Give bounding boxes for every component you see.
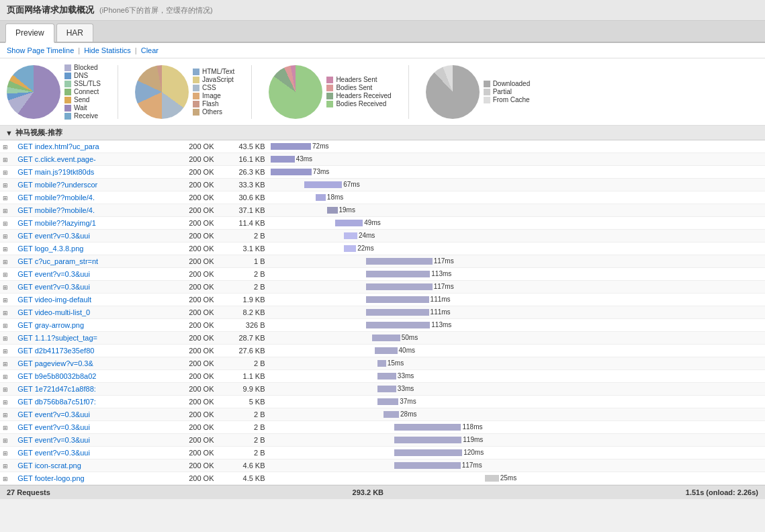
row-expand[interactable]: ⊞ [0,166,15,179]
row-expand[interactable]: ⊞ [0,472,15,485]
section-collapse-icon[interactable]: ▼ [5,129,13,137]
row-expand[interactable]: ⊞ [0,434,15,447]
row-url: GET event?v=0.3&uui [15,408,181,421]
row-url: GET event?v=0.3&uui [15,230,181,242]
top-bar: 页面网络请求加载概况 (iPhone6下的首屏，空缓存的情况) [0,0,765,21]
row-url: GET mobile??mobile/4. [15,204,181,217]
row-expand[interactable]: ⊞ [0,281,15,294]
row-timeline: 25ms [268,472,765,485]
row-timeline: 49ms [268,217,765,230]
table-row[interactable]: ⊞ GET db756b8a7c51f07: 200 OK 5 KB 37ms [0,396,765,408]
row-expand[interactable]: ⊞ [0,191,15,204]
row-expand[interactable]: ⊞ [0,408,15,421]
row-timeline: 50ms [268,332,765,345]
table-row[interactable]: ⊞ GET event?v=0.3&uui 200 OK 2 B 120ms [0,447,765,459]
requests-container[interactable]: ⊞ GET index.html?uc_para 200 OK 43.5 KB … [0,140,765,485]
row-size: 5 KB [222,396,268,408]
row-size: 3.1 KB [222,242,268,255]
table-row[interactable]: ⊞ GET c.click.event.page- 200 OK 16.1 KB… [0,153,765,166]
row-expand[interactable]: ⊞ [0,357,15,370]
legend-headers-received: Headers Received [326,92,391,99]
row-status: 200 OK [181,459,222,472]
row-timeline: 113ms [268,319,765,332]
table-row[interactable]: ⊞ GET event?v=0.3&uui 200 OK 2 B 118ms [0,421,765,434]
row-size: 2 B [222,421,268,434]
row-expand[interactable]: ⊞ [0,179,15,191]
row-expand[interactable]: ⊞ [0,255,15,268]
chart2-section: HTML/Text JavaScript CSS Image Flash Oth… [135,65,234,119]
table-row[interactable]: ⊞ GET pageview?v=0.3& 200 OK 2 B 15ms [0,357,765,370]
table-row[interactable]: ⊞ GET 1.1.1?subject_tag= 200 OK 28.7 KB … [0,332,765,345]
row-expand[interactable]: ⊞ [0,345,15,357]
table-row[interactable]: ⊞ GET mobile??underscor 200 OK 33.3 KB 6… [0,179,765,191]
table-row[interactable]: ⊞ GET event?v=0.3&uui 200 OK 2 B 117ms [0,281,765,294]
row-expand[interactable]: ⊞ [0,319,15,332]
row-expand[interactable]: ⊞ [0,230,15,242]
table-row[interactable]: ⊞ GET footer-logo.png 200 OK 4.5 KB 25ms [0,472,765,485]
row-size: 30.6 KB [222,191,268,204]
table-row[interactable]: ⊞ GET video-img-default 200 OK 1.9 KB 11… [0,294,765,306]
chart3-legend: Headers Sent Bodies Sent Headers Receive… [326,76,391,107]
row-url: GET 1e721d47c1a8f88: [15,383,181,396]
row-size: 8.2 KB [222,306,268,319]
table-row[interactable]: ⊞ GET mobile??mobile/4. 200 OK 30.6 KB 1… [0,191,765,204]
chart4-legend: Downloaded Partial From Cache [484,80,531,103]
table-row[interactable]: ⊞ GET 1e721d47c1a8f88: 200 OK 9.9 KB 33m… [0,383,765,396]
row-url: GET icon-scrat.png [15,459,181,472]
row-expand[interactable]: ⊞ [0,332,15,345]
row-expand[interactable]: ⊞ [0,268,15,281]
row-expand[interactable]: ⊞ [0,306,15,319]
tab-har[interactable]: HAR [56,24,93,42]
row-expand[interactable]: ⊞ [0,153,15,166]
sep1: | [78,46,80,54]
row-expand[interactable]: ⊞ [0,447,15,459]
table-row[interactable]: ⊞ GET logo_4.3.8.png 200 OK 3.1 KB 22ms [0,242,765,255]
table-row[interactable]: ⊞ GET d2b41173e35ef80 200 OK 27.6 KB 40m… [0,345,765,357]
row-timeline: 24ms [268,230,765,242]
show-timeline-button[interactable]: Show Page Timeline [7,46,74,54]
row-url: GET event?v=0.3&uui [15,268,181,281]
row-expand[interactable]: ⊞ [0,217,15,230]
row-status: 200 OK [181,345,222,357]
row-status: 200 OK [181,140,222,153]
row-status: 200 OK [181,268,222,281]
table-row[interactable]: ⊞ GET c?uc_param_str=nt 200 OK 1 B 117ms [0,255,765,268]
table-row[interactable]: ⊞ GET gray-arrow.png 200 OK 326 B 113ms [0,319,765,332]
row-expand[interactable]: ⊞ [0,294,15,306]
row-expand[interactable]: ⊞ [0,140,15,153]
row-expand[interactable]: ⊞ [0,421,15,434]
row-expand[interactable]: ⊞ [0,242,15,255]
tab-preview[interactable]: Preview [5,24,54,43]
table-row[interactable]: ⊞ GET icon-scrat.png 200 OK 4.6 KB 117ms [0,459,765,472]
row-status: 200 OK [181,383,222,396]
clear-button[interactable]: Clear [141,46,159,54]
table-row[interactable]: ⊞ GET event?v=0.3&uui 200 OK 2 B 113ms [0,268,765,281]
row-timeline: 33ms [268,370,765,383]
hide-statistics-button[interactable]: Hide Statistics [84,46,131,54]
table-row[interactable]: ⊞ GET b9e5b80032b8a02 200 OK 1.1 KB 33ms [0,370,765,383]
table-row[interactable]: ⊞ GET mobile??mobile/4. 200 OK 37.1 KB 1… [0,204,765,217]
row-expand[interactable]: ⊞ [0,383,15,396]
row-status: 200 OK [181,230,222,242]
table-row[interactable]: ⊞ GET mobile??lazyimg/1 200 OK 11.4 KB 4… [0,217,765,230]
table-row[interactable]: ⊞ GET event?v=0.3&uui 200 OK 2 B 119ms [0,434,765,447]
row-timeline: 73ms [268,166,765,179]
row-expand[interactable]: ⊞ [0,459,15,472]
table-row[interactable]: ⊞ GET main.js?19tkt80ds 200 OK 26.3 KB 7… [0,166,765,179]
row-timeline: 15ms [268,357,765,370]
row-url: GET event?v=0.3&uui [15,281,181,294]
row-status: 200 OK [181,242,222,255]
row-expand[interactable]: ⊞ [0,396,15,408]
page-subtitle: (iPhone6下的首屏，空缓存的情况) [99,5,213,15]
row-size: 16.1 KB [222,153,268,166]
row-expand[interactable]: ⊞ [0,204,15,217]
table-row[interactable]: ⊞ GET event?v=0.3&uui 200 OK 2 B 28ms [0,408,765,421]
table-row[interactable]: ⊞ GET video-multi-list_0 200 OK 8.2 KB 1… [0,306,765,319]
row-url: GET mobile??mobile/4. [15,191,181,204]
table-row[interactable]: ⊞ GET index.html?uc_para 200 OK 43.5 KB … [0,140,765,153]
row-status: 200 OK [181,179,222,191]
row-status: 200 OK [181,166,222,179]
table-row[interactable]: ⊞ GET event?v=0.3&uui 200 OK 2 B 24ms [0,230,765,242]
row-expand[interactable]: ⊞ [0,370,15,383]
row-timeline: 18ms [268,191,765,204]
